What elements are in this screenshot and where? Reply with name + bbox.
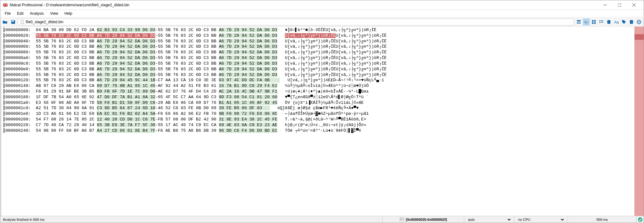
hex-bytes[interactable]: 55 5B 76 83 2C 0D C3 BB A6 7D 29 94 52 D… bbox=[36, 50, 277, 55]
hex-ascii[interactable]: U[vâ,♪├╗ª}╔¤ª})öR┌ÍËU[vâ,♪├╗ª}╔¤ª})öR┌ÍË bbox=[285, 61, 386, 66]
toolbar: file0_stage2_dlded.bin 0x Aa bbox=[0, 17, 644, 27]
view-disasm-icon[interactable] bbox=[598, 19, 605, 25]
hex-line[interactable]: ‖000000000: 04 BA 30 09 DD 62 FD 2A 02 B… bbox=[3, 27, 633, 33]
hex-ascii[interactable]: ½ù╚)½µå╩○oÎvïà⌡©»ÆEó^³|ü¬z░æ♥Ü)ôÔ bbox=[285, 83, 369, 89]
hex-ascii[interactable]: TÖê ┬╧ºún'═åº°-Lü♦ù`9êFÖ│▌▓Î▀¢ bbox=[285, 128, 361, 134]
filetype-select[interactable]: auto bbox=[467, 217, 512, 222]
menu-analysis[interactable]: Analysis bbox=[27, 10, 47, 17]
hex-line[interactable]: ‖0000001a0: E3 56 8F 88 AD A8 6F 7D 58 F… bbox=[3, 100, 633, 106]
hex-bytes[interactable]: 55 5B 76 83 2C 0D C3 BB A6 7D 29 94 52 D… bbox=[36, 44, 277, 50]
close-button[interactable] bbox=[627, 0, 641, 10]
hex-ascii[interactable]: T.○&*~à,§@(=ðLã~^'W○╨▀BÉ1Åôõ8,E× bbox=[285, 117, 366, 122]
database-icon[interactable] bbox=[605, 19, 612, 25]
svg-point-2 bbox=[6, 4, 7, 5]
hex-bytes[interactable]: 55 5B 76 83 2C 0D C3 BB A6 7D 29 94 52 D… bbox=[36, 61, 277, 66]
view-struct-icon[interactable] bbox=[590, 19, 597, 25]
hex-bytes[interactable]: 55 5B 76 83 2C 0D C3 BB A6 7D 29 94 45 9… bbox=[36, 77, 280, 83]
hex-bytes[interactable]: 1D C3 A6 61 66 E2 CE E8 EA EC 91 F6 B2 0… bbox=[36, 111, 277, 117]
hex-ascii[interactable]: U[vâ,♪├╗ª}╔¤ª})öR┌ÍËU[vâ,♪├╗ª}╔¤ª})öR┌ÍË bbox=[285, 44, 386, 50]
hex-line[interactable]: ‖000000080: 55 5B 76 83 2C 0D C3 BB A6 7… bbox=[3, 50, 633, 55]
titlebar: Malcat Professional - D:\malware\demo\wa… bbox=[0, 0, 644, 10]
hex-line[interactable]: ‖000000180: 1F DF 7B 54 A8 65 6E 92 47 D… bbox=[3, 94, 633, 100]
svg-rect-0 bbox=[3, 3, 8, 7]
maximize-button[interactable] bbox=[612, 0, 627, 10]
hex-line[interactable]: ‖000000100: 55 5B 76 83 2C 0D C3 BB A6 7… bbox=[3, 72, 633, 78]
script-icon[interactable] bbox=[628, 19, 635, 25]
hex-view[interactable]: ‖000000000: 04 BA 30 09 DD 62 FD 2A 02 B… bbox=[2, 27, 634, 216]
path-input[interactable]: file0_stage2_dlded.bin bbox=[18, 19, 574, 25]
hex-ascii[interactable]: U[vâ,♪├╗ª}╔¤ª})öR┌ÍËU[vâ,♪├╗ª}╔¤ª})öR┌ÍË bbox=[285, 39, 386, 44]
hex-ascii[interactable]: h}@┌r(@*e;Ú>z._0U↨¬xt├ý┌iNâj├Õ#« bbox=[285, 122, 366, 128]
hex-bytes[interactable]: 55 5B 76 83 2C 0D C3 BB A6 7D 29 94 52 D… bbox=[36, 39, 277, 44]
hex-ascii[interactable]: U[vâ,♪├╗ª}╔¤ª})öE£D←Ã¬!!╩↓└>>♥ùÑçL╨▄·ï bbox=[287, 77, 384, 83]
hex-address: ‖000000180: bbox=[3, 94, 36, 100]
status-left: Analysis finished in 658 ms bbox=[0, 216, 383, 223]
hex-line[interactable]: ‖000000140: AB 97 C8 29 AB E6 86 CA 09 D… bbox=[3, 83, 633, 89]
open-icon[interactable] bbox=[2, 19, 8, 25]
hex-line[interactable]: ‖000000020: 55 5B 76 83 2C 0D C3 BB A6 7… bbox=[3, 33, 633, 39]
hex-line[interactable]: ‖0000001c0: A2 51 7D 38 84 90 6A 91 C3 9… bbox=[3, 105, 633, 111]
hex-ascii[interactable]: U[vâ,♪├╗ª}╔¤ª})öR┌ÍËU[vâ,♪├╗ª}╔¤ª})öR┌ÍË bbox=[285, 66, 386, 72]
hex-ascii[interactable]: ♦║0○▌b²*☻│ô-3ÖÍËU[vâ,♪├╗ª}╔¤ª})öR┌ÍË bbox=[285, 27, 376, 33]
hex-bytes[interactable]: 55 5B 76 83 2C 0D C3 BB A6 7D 29 94 52 D… bbox=[36, 33, 277, 39]
hex-address: ‖000000040: bbox=[3, 39, 36, 44]
minimap[interactable] bbox=[634, 27, 644, 216]
tag-icon[interactable] bbox=[620, 19, 627, 25]
svg-rect-8 bbox=[577, 20, 581, 21]
hex-bytes[interactable]: 1F DF 7B 54 A8 65 6E 92 47 D0 DF 7A B1 A… bbox=[36, 94, 277, 100]
hex-line[interactable]: ‖000000060: 55 5B 76 83 2C 0D C3 BB A6 7… bbox=[3, 44, 633, 50]
hex-ascii[interactable]: ÷ü)æ┐¥;Á¹|♦º}▲|ëð«bÎvÀÈ--¼*–L█Gø± bbox=[285, 89, 369, 94]
hex-line[interactable]: ‖000000120: 55 5B 76 83 2C 0D C3 BB A6 7… bbox=[3, 77, 633, 83]
hex-ascii[interactable]: ÒV {o}X°ì▐XÅÏ╚)½µå╩○ÎvïïàL⌡©»ÆE bbox=[285, 100, 364, 106]
hex-ascii[interactable]: óQ}8åÉj æ├Ø§d ç$m▶FR└♥¢ëÑç╚▪Á♦▀♥ bbox=[277, 105, 359, 111]
hex-bytes[interactable]: 54 F7 08 26 14 7E 85 2C 12 40 28 CD D0 1… bbox=[36, 117, 277, 122]
hex-line[interactable]: ‖0000000e0: 55 5B 76 83 2C 0D C3 BB A6 7… bbox=[3, 66, 633, 72]
save-icon[interactable] bbox=[10, 19, 17, 25]
hex-bytes[interactable]: AB 97 C8 29 AB E6 86 CA 09 D7 76 8B A1 8… bbox=[36, 83, 277, 89]
status-cpu[interactable]: no CPU bbox=[514, 216, 568, 223]
hex-bytes[interactable]: E3 56 8F 88 AD A8 6F 7D 58 F8 B1 D1 58 8… bbox=[36, 100, 277, 106]
hex-bytes[interactable]: 54 98 88 FF 68 BF A8 B7 A4 27 CD 86 61 8… bbox=[36, 128, 277, 134]
svg-point-27 bbox=[638, 217, 642, 222]
toolbar-right: 0x Aa bbox=[575, 19, 642, 25]
hex-line[interactable]: ‖000000200: 54 F7 08 26 14 7E 85 2C 12 4… bbox=[3, 117, 633, 122]
hex-address: ‖0000000e0: bbox=[3, 66, 36, 72]
svg-point-26 bbox=[401, 218, 402, 219]
hex-line[interactable]: ‖0000000a0: 55 5B 76 83 2C 0D C3 BB A6 7… bbox=[3, 55, 633, 61]
menu-edit[interactable]: Edit bbox=[14, 10, 27, 17]
hex-ascii[interactable]: U[vâ,♪├╗ª}╔¤ª})öR┌ÍËU[vâ,♪├╗ª}╔¤ª})öR┌ÍË bbox=[285, 50, 386, 55]
hex-ascii[interactable]: ↔├áafÔÎÞÚýæ÷▓☻ñZ÷µåófÔ^¹pø-ÿr÷µåî bbox=[285, 111, 369, 117]
hex-bytes[interactable]: A2 51 7D 38 84 90 6A 91 C3 9D B5 64 87 2… bbox=[36, 105, 269, 111]
hex-line[interactable]: ‖000000160: F6 81 29 91 BF BE 3B B5 B9 F… bbox=[3, 89, 633, 94]
menu-view[interactable]: View bbox=[47, 10, 61, 17]
hex-ascii[interactable]: U[vâ,♪├╗ª}╔¤ª})öR┌ÍËU[vâ,♪├╗ª}╔¤ª})öR┌ÍË bbox=[285, 72, 386, 78]
view-hex-icon[interactable]: 0x bbox=[583, 19, 590, 25]
minimize-button[interactable] bbox=[598, 0, 612, 10]
hex-address: ‖0000000a0: bbox=[3, 55, 36, 61]
hex-ascii[interactable]: ▼▀{T¿enÆGð▀z░í2eO\Ãªd▌Ø├Ø╗Ö♀T┴ü ` bbox=[285, 94, 369, 100]
hex-line[interactable]: ‖0000000c0: 55 5B 76 83 2C 0D C3 BB A6 7… bbox=[3, 61, 633, 66]
svg-rect-4 bbox=[618, 3, 621, 7]
hex-address: ‖000000060: bbox=[3, 44, 36, 50]
font-icon[interactable]: Aa bbox=[613, 19, 620, 25]
hex-bytes[interactable]: C7 7D 40 CA 72 28 40 14 65 3B E9 3E 7A F… bbox=[36, 122, 277, 128]
status-filetype[interactable]: auto bbox=[464, 216, 514, 223]
view-summary-icon[interactable] bbox=[575, 19, 582, 25]
hex-bytes[interactable]: F6 81 29 91 BF BE 3B B5 B9 FB 6F 7D 1E 7… bbox=[36, 89, 277, 94]
hex-ascii[interactable]: U[vâ,♪├╗ª}╔¤ª})öR┌ÍËU[vâ,♪├╗ª}╔¤ª})öR┌ÍË bbox=[285, 55, 386, 61]
menu-help[interactable]: Help bbox=[61, 10, 76, 17]
svg-rect-17 bbox=[601, 20, 603, 21]
cpu-select[interactable]: no CPU bbox=[517, 217, 565, 222]
hex-bytes[interactable]: 55 5B 76 83 2C 0D C3 BB A6 7D 29 94 52 D… bbox=[36, 66, 277, 72]
hex-line[interactable]: ‖000000240: 54 98 88 FF 68 BF A8 B7 A4 2… bbox=[3, 128, 633, 134]
hex-bytes[interactable]: 55 5B 76 83 2C 0D C3 BB A6 7D 29 94 52 D… bbox=[36, 72, 277, 78]
menu-file[interactable]: File bbox=[2, 10, 14, 17]
hex-line[interactable]: ‖0000001e0: 1D C3 A6 61 66 E2 CE E8 EA E… bbox=[3, 111, 633, 117]
hex-line[interactable]: ‖000000040: 55 5B 76 83 2C 0D C3 BB A6 7… bbox=[3, 39, 633, 44]
hex-ascii[interactable]: U[vâ,♪├╗ª}╔¤ª})öR┌ÍËU[vâ,♪├╗ª}╔¤ª})öR┌ÍË bbox=[285, 33, 386, 39]
hex-bytes[interactable]: 55 5B 76 83 2C 0D C3 BB A6 7D 29 94 52 D… bbox=[36, 55, 277, 61]
statusbar: Analysis finished in 658 ms [0x00000020-… bbox=[0, 216, 644, 223]
hex-line[interactable]: ‖000000220: C7 7D 40 CA 72 28 40 14 65 3… bbox=[3, 122, 633, 128]
web-icon[interactable] bbox=[636, 19, 642, 25]
hex-bytes[interactable]: 04 BA 30 09 DD 62 FD 2A 02 B3 93 C4 33 9… bbox=[36, 27, 277, 33]
